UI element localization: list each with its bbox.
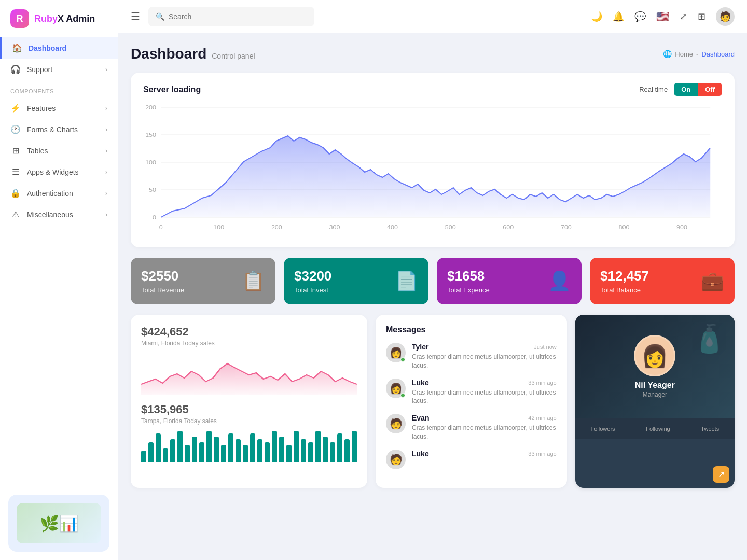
bar <box>228 433 233 462</box>
bar <box>272 431 277 462</box>
bar <box>250 433 255 462</box>
bar <box>170 439 175 462</box>
followers-label: Followers <box>591 426 615 432</box>
tweets-stat: Tweets <box>701 426 719 432</box>
msg-time: 33 min ago <box>528 380 556 386</box>
sidebar-item-apps-widgets[interactable]: ☰ Apps & Widgets › <box>0 161 118 183</box>
chart-header: Server loading Real time On Off <box>143 83 722 96</box>
bar <box>177 431 183 462</box>
sidebar-navigation: 🏠 Dashboard 🎧 Support › Components ⚡ Fea… <box>0 37 118 488</box>
search-input[interactable] <box>169 12 307 21</box>
bell-icon[interactable]: 🔔 <box>613 11 624 22</box>
svg-text:200: 200 <box>271 224 282 230</box>
server-loading-card: Server loading Real time On Off <box>131 73 735 247</box>
sidebar-item-tables[interactable]: ⊞ Tables › <box>0 140 118 161</box>
bar <box>286 445 292 462</box>
promo-illustration: 🌿📊 <box>17 503 101 543</box>
tampa-amount: $135,965 <box>141 403 357 416</box>
sidebar-item-support[interactable]: 🎧 Support › <box>0 59 118 80</box>
message-item-luke: 👩 Luke 33 min ago Cras tempor diam nec m… <box>386 379 557 406</box>
invest-icon: 📄 <box>395 270 418 292</box>
sidebar-item-features[interactable]: ⚡ Features › <box>0 97 118 119</box>
realtime-label: Real time <box>639 86 668 93</box>
bar <box>308 442 313 462</box>
search-icon: 🔍 <box>156 12 164 21</box>
chat-icon[interactable]: 💬 <box>634 11 646 22</box>
dashboard-icon: 🏠 <box>12 43 22 53</box>
breadcrumb-separator: - <box>696 50 698 58</box>
home-breadcrumb-icon: 🌐 <box>663 50 672 58</box>
revenue-label: Total Revenue <box>141 286 184 294</box>
page-subtitle: Control panel <box>212 52 255 60</box>
msg-text: Cras tempor diam nec metus ullamcorper, … <box>412 388 557 406</box>
bar <box>257 439 262 462</box>
server-chart-svg: 200 150 100 50 0 0 100 200 300 400 500 6… <box>143 102 722 237</box>
online-dot <box>400 393 405 398</box>
menu-toggle-button[interactable]: ☰ <box>131 10 140 23</box>
bar <box>352 431 357 462</box>
stat-card-expense: $1658 Total Expence 👤 <box>437 258 582 304</box>
bar <box>185 445 190 462</box>
page-title-group: Dashboard Control panel <box>131 46 255 62</box>
page-content: Dashboard Control panel 🌐 Home - Dashboa… <box>118 33 747 560</box>
profile-action-button[interactable]: ↗ <box>713 466 729 483</box>
sidebar-item-dashboard[interactable]: 🏠 Dashboard <box>0 37 118 59</box>
invest-label: Total Invest <box>294 286 331 294</box>
chevron-right-icon: › <box>105 147 107 155</box>
apps-icon: ☰ <box>10 167 21 177</box>
toggle-off-button[interactable]: Off <box>698 83 722 96</box>
msg-name: Luke <box>412 379 429 387</box>
sidebar-item-forms-charts[interactable]: 🕐 Forms & Charts › <box>0 119 118 140</box>
bar <box>214 437 219 462</box>
dark-mode-icon[interactable]: 🌙 <box>591 11 602 22</box>
main-content: ☰ 🔍 🌙 🔔 💬 🇺🇸 ⤢ ⊞ 🧑 Dashboard Control pan… <box>118 0 747 560</box>
sidebar-item-authentication[interactable]: 🔒 Authentication › <box>0 183 118 204</box>
breadcrumb-home[interactable]: Home <box>675 50 693 58</box>
user-avatar[interactable]: 🧑 <box>716 7 735 26</box>
tables-icon: ⊞ <box>10 146 21 156</box>
sidebar-item-label: Apps & Widgets <box>27 168 79 176</box>
sidebar-item-label: Authentication <box>27 189 73 198</box>
components-section-title: Components <box>0 80 118 97</box>
sidebar-item-label: Support <box>27 65 52 74</box>
chevron-right-icon: › <box>105 169 107 176</box>
bar <box>148 442 154 462</box>
features-icon: ⚡ <box>10 103 21 113</box>
luke-message-content: Luke 33 min ago Cras tempor diam nec met… <box>412 379 557 406</box>
bar <box>301 439 306 462</box>
sidebar-item-miscellaneous[interactable]: ⚠ Miscellaneous › <box>0 204 118 225</box>
msg-name: Tyler <box>412 343 428 351</box>
bar <box>221 445 226 462</box>
stat-card-revenue: $2550 Total Revenue 📋 <box>131 258 275 304</box>
breadcrumb-current: Dashboard <box>701 50 735 58</box>
stat-card-balance: $12,457 Total Balance 💼 <box>590 258 735 304</box>
toggle-on-button[interactable]: On <box>674 83 698 96</box>
sidebar-item-label: Miscellaneous <box>27 211 73 219</box>
chevron-right-icon: › <box>105 211 107 218</box>
sidebar-item-label: Features <box>27 104 56 113</box>
tyler-message-content: Tyler Just now Cras tempor diam nec metu… <box>412 343 557 370</box>
bar <box>163 448 168 462</box>
message-item-luke2: 🧑 Luke 33 min ago <box>386 450 557 469</box>
svg-text:100: 100 <box>213 224 224 230</box>
svg-text:50: 50 <box>149 187 156 193</box>
server-loading-chart: 200 150 100 50 0 0 100 200 300 400 500 6… <box>143 102 722 237</box>
bar <box>344 439 350 462</box>
grid-icon[interactable]: ⊞ <box>698 11 706 22</box>
tampa-sales: $135,965 Tampa, Florida Today sales <box>141 403 357 462</box>
bar <box>141 451 146 462</box>
bar <box>279 437 284 462</box>
msg-name: Evan <box>412 414 429 422</box>
revenue-amount: $2550 <box>141 268 184 284</box>
bar <box>206 431 212 462</box>
flag-icon[interactable]: 🇺🇸 <box>656 10 669 23</box>
bar <box>236 439 241 462</box>
message-item-evan: 🧑 Evan 42 min ago Cras tempor diam nec m… <box>386 414 557 441</box>
forms-charts-icon: 🕐 <box>10 124 21 134</box>
tyler-avatar: 👩 <box>386 343 406 362</box>
svg-text:0: 0 <box>153 214 156 220</box>
expand-icon[interactable]: ⤢ <box>680 11 687 22</box>
bar <box>323 437 328 462</box>
page-title: Dashboard <box>131 46 206 62</box>
miami-chart-svg <box>141 353 357 395</box>
